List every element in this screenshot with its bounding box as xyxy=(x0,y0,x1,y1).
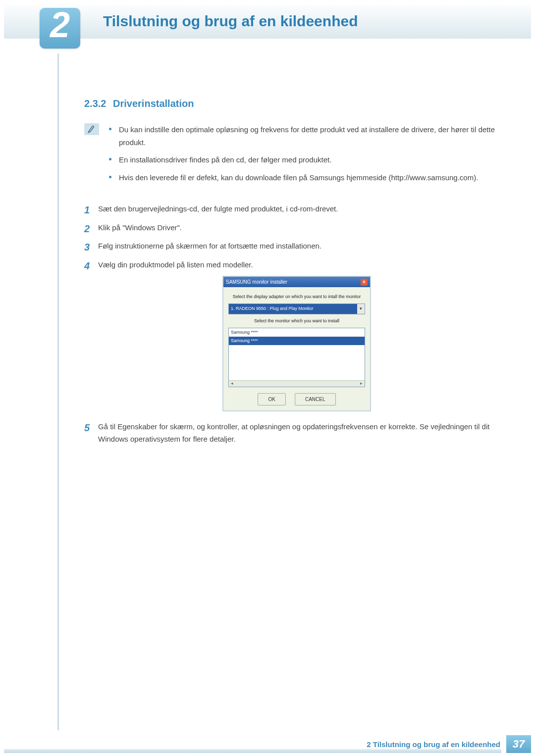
steps-list: 1 Sæt den brugervejlednings-cd, der fulg… xyxy=(84,202,495,446)
step-number: 2 xyxy=(84,220,90,237)
step-text: Vælg din produktmodel på listen med mode… xyxy=(98,260,253,269)
page-footer: 2 Tilslutning og brug af en kildeenhed 3… xyxy=(4,735,531,753)
step-number: 5 xyxy=(84,419,90,436)
chapter-number: 2 xyxy=(50,9,70,41)
adapter-dropdown: 1. RADEON 9550 : Plug and Play Monitor ▾ xyxy=(228,303,365,314)
chapter-badge: 2 xyxy=(40,8,80,49)
installer-titlebar: SAMSUNG monitor installer × xyxy=(223,277,370,287)
monitor-label: Select the monitor which you want to ins… xyxy=(228,317,365,325)
chevron-down-icon: ▾ xyxy=(357,304,365,313)
scroll-left-icon: ◂ xyxy=(229,380,235,387)
step-number: 3 xyxy=(84,239,90,255)
cancel-button: CANCEL xyxy=(295,393,336,405)
installer-screenshot: SAMSUNG monitor installer × Select the d… xyxy=(222,276,371,411)
installer-window-title: SAMSUNG monitor installer xyxy=(226,278,287,286)
installer-body: Select the display adapter on which you … xyxy=(223,287,370,410)
section-title: Driverinstallation xyxy=(113,98,194,109)
note-icon xyxy=(84,123,99,135)
chapter-header: Tilslutning og brug af en kildeenhed xyxy=(4,4,531,39)
step-item: 2 Klik på "Windows Driver". xyxy=(84,221,495,234)
step-number: 4 xyxy=(84,257,90,274)
close-icon: × xyxy=(361,279,368,286)
chapter-title: Tilslutning og brug af en kildeenhed xyxy=(63,13,358,30)
note-item: Hvis den leverede fil er defekt, kan du … xyxy=(109,171,495,184)
section-number: 2.3.2 xyxy=(84,98,106,109)
installer-button-row: OK CANCEL xyxy=(228,393,365,405)
content-area: 2.3.2 Driverinstallation Du kan indstill… xyxy=(0,39,535,446)
horizontal-scrollbar: ◂ ▸ xyxy=(229,380,365,387)
step-text: Klik på "Windows Driver". xyxy=(98,223,182,232)
step-item: 3 Følg instruktionerne på skærmen for at… xyxy=(84,240,495,252)
step-text: Sæt den brugervejlednings-cd, der fulgte… xyxy=(98,204,338,213)
monitor-list-item: Samsung **** xyxy=(229,328,365,337)
footer-bar xyxy=(4,749,501,753)
note-list: Du kan indstille den optimale opløsning … xyxy=(109,123,495,189)
step-text: Følg instruktionerne på skærmen for at f… xyxy=(98,242,321,250)
step-number: 1 xyxy=(84,202,90,218)
adapter-selected: 1. RADEON 9550 : Plug and Play Monitor xyxy=(229,304,357,313)
note-block: Du kan indstille den optimale opløsning … xyxy=(84,123,495,189)
section-heading: 2.3.2 Driverinstallation xyxy=(84,98,495,109)
adapter-label: Select the display adapter on which you … xyxy=(228,293,365,301)
monitor-list: Samsung **** Samsung **** ◂ ▸ xyxy=(228,328,365,387)
ok-button: OK xyxy=(258,393,285,405)
monitor-list-item-selected: Samsung **** xyxy=(229,337,365,345)
note-item: En installationsdriver findes på den cd,… xyxy=(109,153,495,166)
note-item: Du kan indstille den optimale opløsning … xyxy=(109,123,495,149)
vertical-rule xyxy=(57,53,59,730)
page-number: 37 xyxy=(506,735,531,753)
scroll-right-icon: ▸ xyxy=(358,380,365,387)
page-root: Tilslutning og brug af en kildeenhed 2 2… xyxy=(0,4,535,756)
step-item: 5 Gå til Egenskaber for skærm, og kontro… xyxy=(84,420,495,446)
step-item: 4 Vælg din produktmodel på listen med mo… xyxy=(84,258,495,411)
step-item: 1 Sæt den brugervejlednings-cd, der fulg… xyxy=(84,202,495,215)
step-text: Gå til Egenskaber for skærm, og kontroll… xyxy=(98,422,489,444)
